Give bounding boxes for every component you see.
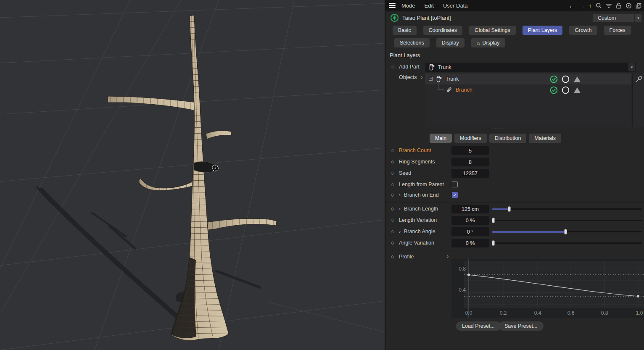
param-ring-segments: ◇ Ring Segments 8 — [385, 158, 644, 167]
search-icon[interactable] — [596, 3, 602, 9]
branch-length-slider[interactable] — [492, 205, 642, 213]
seed-input[interactable]: 12357 — [451, 169, 489, 178]
param-seed: ◇ Seed 12357 — [385, 169, 644, 178]
keyframe-diamond[interactable]: ◇ — [391, 254, 394, 259]
keyframe-diamond[interactable]: ◇ — [391, 159, 394, 164]
branch-on-end-checkbox[interactable]: ✓ — [452, 192, 458, 198]
popout-icon[interactable] — [636, 3, 641, 9]
tree-row-branch[interactable]: Branch — [425, 84, 631, 95]
objects-tree-panel[interactable]: Trunk Branch — [425, 74, 631, 127]
menu-mode[interactable]: Mode — [401, 3, 415, 9]
triangle-icon[interactable] — [573, 87, 581, 94]
plant-icon — [391, 14, 399, 22]
length-variation-slider[interactable] — [492, 216, 642, 225]
record-icon[interactable] — [626, 3, 632, 9]
tab-forces[interactable]: Forces — [604, 26, 631, 35]
profile-expand-icon[interactable]: › — [447, 253, 449, 259]
length-variation-input[interactable]: 0 % — [451, 216, 489, 225]
preset-dropdown[interactable]: Custom — [593, 14, 634, 22]
house-icon: ⌂ — [477, 40, 480, 46]
profile-curve-editor[interactable]: 0.8 0.4 0.0 0.2 0.4 0.6 0.8 1.0 — [451, 259, 644, 318]
keyframe-diamond[interactable]: ◇ — [391, 240, 394, 245]
branch-count-input[interactable]: 5 — [451, 146, 489, 155]
expand-chevron-icon[interactable]: › — [399, 206, 401, 212]
x-tick-label: 0.2 — [498, 310, 509, 316]
tree-item-label[interactable]: Branch — [456, 87, 472, 93]
angle-variation-slider[interactable] — [492, 239, 642, 247]
tree-row-trunk[interactable]: Trunk — [425, 74, 631, 84]
ring-segments-input[interactable]: 8 — [451, 158, 489, 166]
branch-angle-slider[interactable] — [492, 227, 642, 236]
add-part-arrow-icon[interactable]: ▾ — [628, 63, 635, 71]
keyframe-diamond[interactable]: ◇ — [391, 218, 394, 222]
tab-display[interactable]: Display — [436, 38, 465, 47]
triangle-icon[interactable] — [573, 76, 581, 83]
keyframe-diamond[interactable]: ◇ — [391, 182, 394, 187]
up-arrow-icon[interactable]: ↑ — [589, 3, 592, 9]
tab-global-settings[interactable]: Global Settings — [469, 26, 516, 35]
subtab-distribution[interactable]: Distribution — [489, 134, 527, 143]
x-tick-label: 0.0 — [463, 310, 474, 316]
visibility-circle-icon[interactable] — [562, 75, 570, 83]
viewport-3d[interactable] — [0, 0, 385, 350]
filter-icon[interactable] — [606, 3, 612, 8]
panel-resize-handle[interactable]: ·········· — [493, 126, 514, 131]
branch-length-input[interactable]: 125 cm — [451, 205, 489, 213]
angle-variation-input[interactable]: 0 % — [451, 239, 489, 247]
param-branch-angle: ◇ › Branch Angle 0 ° — [385, 227, 644, 237]
load-preset-button[interactable]: Load Preset... — [456, 321, 501, 331]
back-arrow-icon[interactable]: ← — [569, 3, 575, 9]
objects-chevron-icon[interactable]: › — [421, 74, 422, 80]
param-branch-length: ◇ › Branch Length 125 cm — [385, 205, 644, 214]
tree-item-label[interactable]: Trunk — [446, 76, 459, 82]
enabled-check-icon[interactable] — [550, 86, 558, 94]
keyframe-diamond[interactable]: ◇ — [391, 171, 394, 175]
curve-point-start[interactable] — [467, 274, 470, 276]
keyframe-diamond[interactable]: ◇ — [391, 192, 394, 197]
subtab-materials[interactable]: Materials — [529, 134, 561, 143]
subtab-main[interactable]: Main — [430, 134, 452, 143]
tab-selections[interactable]: Selections — [394, 38, 430, 47]
keyframe-diamond[interactable]: ◇ — [391, 229, 394, 234]
tab-row-1: Basic Coordinates Global Settings Plant … — [393, 26, 631, 35]
preset-dropdown-arrow-icon[interactable]: ▾ — [635, 14, 641, 22]
hamburger-icon[interactable] — [389, 3, 396, 8]
save-preset-button[interactable]: Save Preset... — [499, 321, 544, 331]
menu-user-data[interactable]: User Data — [443, 3, 468, 9]
tab-display-2[interactable]: ⌂ Display — [471, 38, 505, 47]
attribute-manager-panel: Mode Edit User Data ← → ↑ Taiao Plant [t… — [385, 0, 644, 350]
tab-growth[interactable]: Growth — [569, 26, 597, 35]
enabled-check-icon[interactable] — [550, 75, 558, 83]
x-tick-label: 1.0 — [634, 310, 644, 316]
objects-label[interactable]: Objects — [399, 74, 417, 80]
collapse-icon[interactable] — [429, 77, 433, 81]
group-separator — [385, 250, 644, 250]
param-length-from-parent: ◇ Length from Parent — [385, 180, 644, 189]
branch-angle-input[interactable]: 0 ° — [451, 227, 489, 236]
menu-edit[interactable]: Edit — [425, 3, 434, 9]
length-from-parent-checkbox[interactable] — [452, 182, 458, 187]
forward-arrow-icon[interactable]: → — [579, 3, 585, 9]
subtab-row: Main Modifiers Distribution Materials — [430, 134, 561, 143]
visibility-circle-icon[interactable] — [562, 86, 570, 94]
application-window: Mode Edit User Data ← → ↑ Taiao Plant [t… — [0, 0, 644, 350]
keyframe-diamond[interactable]: ◇ — [391, 64, 395, 69]
tree-connector — [438, 81, 444, 90]
x-tick-label: 0.6 — [565, 310, 576, 316]
eyedropper-icon[interactable] — [635, 76, 642, 83]
lock-icon[interactable] — [616, 3, 622, 9]
add-part-label: Add Part — [399, 64, 420, 70]
expand-chevron-icon[interactable]: › — [399, 192, 401, 198]
param-branch-count: ◇ Branch Count 5 — [385, 146, 644, 155]
subtab-modifiers[interactable]: Modifiers — [454, 134, 487, 143]
tab-basic[interactable]: Basic — [393, 26, 417, 35]
param-length-variation: ◇ Length Variation 0 % — [385, 216, 644, 225]
keyframe-diamond[interactable]: ◇ — [391, 148, 394, 153]
tab-coordinates[interactable]: Coordinates — [423, 26, 462, 35]
add-part-dropdown[interactable]: Trunk ▾ — [425, 63, 636, 72]
tab-plant-layers[interactable]: Plant Layers — [523, 26, 562, 35]
add-part-row: ◇ Add Part Trunk ▾ — [385, 63, 644, 72]
keyframe-diamond[interactable]: ◇ — [391, 206, 394, 211]
curve-point-end[interactable] — [637, 295, 639, 297]
expand-chevron-icon[interactable]: › — [399, 229, 401, 234]
